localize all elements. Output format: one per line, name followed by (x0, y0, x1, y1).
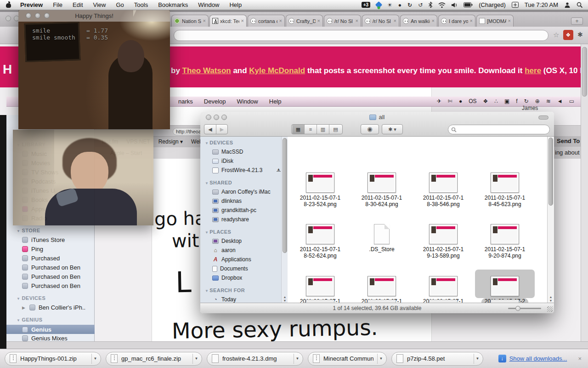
tab-9[interactable]: [MODMA× (476, 15, 514, 27)
download-item-menu-arrow[interactable]: ▼ (377, 354, 384, 364)
spotlight-icon[interactable] (577, 2, 582, 8)
disclosure-triangle-icon[interactable]: ▶ (22, 305, 25, 310)
battery-icon[interactable] (464, 2, 473, 7)
menu-tools[interactable]: Tools (129, 0, 153, 10)
keyboard-icon[interactable] (512, 2, 519, 8)
tab-close-icon[interactable]: × (279, 18, 282, 23)
finder-titlebar[interactable]: all ◀▶ ▦≡▥▤ ◉ ✱ ▾ (200, 112, 554, 137)
forward-button[interactable]: ▶ (216, 125, 227, 134)
file-2011-02-15-07-19-20-874-png[interactable]: 2011-02-15-07-19-20-874.png (475, 218, 535, 259)
show-all-downloads[interactable]: ↓Show all downloads... (498, 355, 567, 362)
quick-look-button[interactable]: ◉ (361, 124, 379, 134)
itunes-item-purchased-on-ben[interactable]: Purchased on Ben (22, 273, 80, 280)
download-item-menu-arrow[interactable]: ▼ (474, 354, 481, 364)
tab-5[interactable]: /r/ No Sl× (324, 15, 361, 27)
sidebar-scrollbar-thumb[interactable] (283, 138, 287, 253)
finder-scrollbar-arrows[interactable]: ▲▼ (548, 295, 554, 303)
tab-6[interactable]: /r/ No Sl× (362, 15, 399, 27)
list-view-button[interactable]: ≡ (305, 125, 317, 134)
sidebar-item-desktop[interactable]: Desktop (212, 238, 242, 244)
itunes-item-purchased-on-ben[interactable]: Purchased on Ben (22, 282, 80, 289)
tab-4[interactable]: Crafty_D× (286, 15, 323, 27)
page-scrollbar[interactable] (581, 44, 588, 341)
sidebar-item-macssd[interactable]: MacSSD (212, 149, 243, 155)
dropbox-icon[interactable] (375, 1, 383, 9)
toolbar-toggle-pill[interactable] (538, 115, 548, 120)
tab-2[interactable]: xkcd: Tec× (209, 15, 247, 27)
banner-link-here[interactable]: here (525, 66, 541, 75)
happy-close-button[interactable] (26, 13, 31, 18)
wrench-menu-icon[interactable]: ✱ (577, 31, 583, 38)
sidebar-scrollbar-arrows[interactable]: ▲▼ (282, 295, 288, 303)
sidebar-item-aaron[interactable]: ⌂aaron (212, 247, 236, 253)
icon-size-slider[interactable] (508, 308, 541, 309)
bookmark-star-icon[interactable]: ☆ (553, 31, 559, 39)
finder-resize-grip[interactable] (547, 306, 553, 312)
sync-icon[interactable]: ↻ (407, 2, 412, 8)
sidebar-item-applications[interactable]: AApplications (212, 256, 251, 263)
itunes-item-itunes-store[interactable]: iTunes Store (22, 236, 65, 243)
sidebar-item-today[interactable]: ◔Today (212, 296, 236, 303)
download-item-frostwire-4-21-3-dmg[interactable]: frostwire-4.21.3.dmg▼ (207, 352, 303, 366)
icon-view-button[interactable]: ▦ (292, 125, 305, 134)
tab-close-icon[interactable]: × (432, 18, 435, 23)
download-item-p7zip-4-58-pet[interactable]: p7zip-4.58.pet▼ (391, 352, 483, 366)
itunes-item-ben-collier-s-iph-[interactable]: ▶Ben Collier's iPh.. (22, 304, 85, 311)
chrome-close-button[interactable] (6, 16, 11, 21)
user-icon[interactable] (564, 2, 571, 8)
flux-icon[interactable]: ● (398, 2, 401, 8)
downloads-bar-close-icon[interactable]: × (578, 355, 582, 362)
menu-edit[interactable]: Edit (68, 0, 88, 10)
sidebar-item-grandkittah-pc[interactable]: grandkittah-pc (212, 207, 256, 213)
file-2011-02-15-07-19-38-695-png[interactable]: 2011-02-15-07-19-38-695.png (290, 270, 350, 303)
happy-minimize-button[interactable] (35, 13, 40, 18)
menu-view[interactable]: View (88, 0, 111, 10)
tab-7[interactable]: An walkin× (400, 15, 437, 27)
sidebar-scrollbar[interactable]: ▲▼ (281, 137, 288, 303)
back-forward-buttons[interactable]: ◀▶ (204, 124, 228, 134)
volume-icon[interactable] (452, 2, 458, 8)
banner-link-theo-watson[interactable]: Theo Watson (182, 66, 231, 75)
action-menu-button[interactable]: ✱ ▾ (382, 124, 403, 134)
tab-close-icon[interactable]: × (241, 18, 244, 23)
sidebar-item-readyshare[interactable]: readyshare (212, 216, 249, 223)
download-item-minecraft-community-zip[interactable]: Minecraft Community ....zip▼ (308, 352, 387, 366)
page-scrollbar-thumb[interactable] (582, 47, 587, 97)
apple-menu-icon[interactable] (6, 2, 11, 8)
sidebar-item-frostwire-4-21-3[interactable]: FrostWire-4.21.3 (212, 167, 262, 173)
file-2011-02-15-07-18-45-623-png[interactable]: 2011-02-15-07-18-45-623.png (475, 166, 535, 207)
download-item-menu-arrow[interactable]: ▼ (294, 354, 301, 364)
finder-search-field[interactable] (448, 125, 550, 134)
icon-size-knob[interactable] (515, 306, 520, 311)
sidebar-item-idisk[interactable]: iDisk (212, 158, 233, 164)
download-item-happythings-001-zip[interactable]: HappyThings-001.zip▼ (5, 352, 101, 366)
finder-scrollbar[interactable]: ▲▼ (547, 137, 554, 303)
itunes-item-purchased[interactable]: Purchased (22, 255, 60, 262)
tab-close-icon[interactable]: × (394, 18, 396, 23)
banner-link-kyle-mcdonald[interactable]: Kyle McDonald (249, 66, 305, 75)
menu-extra-badge[interactable]: +3 (362, 2, 370, 8)
app-menu-preview[interactable]: Preview (15, 0, 48, 10)
tab-close-icon[interactable]: × (356, 18, 358, 23)
brightness-icon[interactable]: ☀ (387, 2, 392, 8)
sidebar-item-dropbox[interactable]: Dropbox (212, 275, 242, 281)
menu-go[interactable]: Go (111, 0, 129, 10)
back-button[interactable]: ◀ (204, 125, 216, 134)
itunes-item-genius-selected[interactable]: Genius (6, 325, 95, 334)
file--DS-Store[interactable]: .DS_Store (352, 218, 412, 253)
wifi-icon[interactable] (438, 2, 446, 8)
file-2011-02-15-07-18-38-546-png[interactable]: 2011-02-15-07-18-38-546.png (413, 166, 473, 207)
itunes-item-genius-mixes[interactable]: Genius Mixes (22, 335, 68, 342)
sidebar-item-dlinknas[interactable]: dlinknas (212, 198, 242, 204)
tab-close-icon[interactable]: × (203, 18, 206, 23)
extension-icon[interactable]: ❖ (563, 30, 573, 40)
itunes-item-ping[interactable]: Ping (22, 246, 43, 253)
tab-close-icon[interactable]: × (470, 18, 473, 23)
file-2011-02-15-07-20-00-590-png[interactable]: 2011-02-15-07-20-00-590.png (475, 270, 535, 303)
bluetooth-icon[interactable] (429, 2, 432, 8)
tab-3[interactable]: cortana c× (248, 15, 285, 27)
file-2011-02-15-07-19-13-589-png[interactable]: 2011-02-15-07-19-13-589.png (413, 218, 473, 259)
file-2011-02-15-07-19-45-707-png[interactable]: 2011-02-15-07-19-45-707.png (352, 270, 412, 303)
time-machine-icon[interactable]: ↺ (418, 2, 423, 8)
address-bar[interactable] (174, 30, 548, 41)
